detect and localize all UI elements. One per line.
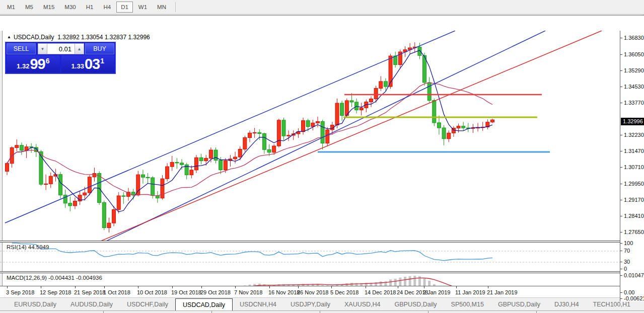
date-axis-label: 19 Oct 2018 [171,289,201,295]
axis-tick [620,262,622,262]
chart-tab-gbpusd-daily[interactable]: GBPUSD,Daily [491,298,547,310]
mt4-window: M1M5M15M30H1H4D1W1MN ▲USDCAD,Daily 1.328… [0,0,644,313]
chart-tab-usdcad-daily[interactable]: USDCAD,Daily [175,298,233,310]
date-axis-label: 26 Nov 2018 [297,289,328,295]
rsi-axis-label: 70 [620,248,630,254]
chart-tab-usdcnh-h4[interactable]: USDCNH,H4 [233,298,283,310]
axis-tick [620,251,622,251]
date-axis-label: 29 Oct 2018 [200,289,231,295]
timeframe-button-m1[interactable]: M1 [3,2,20,13]
date-axis-label: 21 Sep 2018 [74,289,105,295]
sell-price-big: 99 [30,57,45,71]
chart-area[interactable]: ▲USDCAD,Daily 1.32892 1.33054 1.32837 1.… [0,15,644,286]
axis-tick [620,269,622,269]
bottom-strip [0,310,644,313]
date-tick [298,286,299,288]
date-axis-label: 11 Jan 2019 [455,289,485,295]
price-axis-label: 1.36830 [620,35,644,41]
axis-tick [620,87,622,87]
axis-tick [620,167,622,168]
bottom-strip-mark [320,311,320,313]
price-axis-label: 1.29950 [620,181,644,187]
lot-size-input[interactable]: 0.01 [47,43,75,54]
macd-label: MACD(12,26,9) -0.004431 -0.004936 [7,275,102,281]
bottom-strip-mark [428,311,428,313]
lot-decrease-button[interactable]: ▼ [38,43,47,54]
price-axis-label: 1.33770 [620,100,644,106]
bottom-strip-mark [211,311,212,313]
timeframe-button-m5[interactable]: M5 [21,2,38,13]
chart-tab-xauusd-h4[interactable]: XAUUSD,H4 [337,298,388,310]
date-axis-label: 16 Nov 2018 [268,289,300,295]
date-tick [172,286,173,288]
date-axis-label: 14 Dec 2018 [365,289,396,295]
sell-price-small: 1.32 [17,62,29,70]
macd-axis-label: 0.010474 [620,272,644,278]
axis-tick [620,275,622,276]
chart-tab-usdchf-daily[interactable]: USDCHF,Daily [120,298,175,310]
price-axis-label: 1.28410 [620,213,644,219]
axis-tick [620,232,622,232]
timeframe-button-m15[interactable]: M15 [39,2,59,13]
date-axis-label: 1 Oct 2018 [103,289,130,295]
timeframe-button-d1[interactable]: D1 [116,2,133,13]
date-axis-label: 2 Jan 2019 [423,289,450,295]
axis-tick [620,243,622,244]
rsi-axis-label: 100 [620,240,633,246]
sell-price-sup: 6 [46,57,50,65]
rsi-indicator-pane[interactable] [0,243,620,271]
chart-tab-gbpusd-daily[interactable]: GBPUSD,Daily [388,298,444,310]
spin-down-icon: ▼ [41,47,45,51]
collapse-arrow-icon[interactable]: ▲ [7,35,11,39]
date-axis-label: 3 Sep 2018 [6,289,34,295]
axis-tick [620,292,622,293]
timeframe-button-m30[interactable]: M30 [60,2,80,13]
sell-price-display[interactable]: 1.32996 [7,55,60,72]
current-price-badge: 1.32996 [621,118,644,125]
macd-axis-label: -0.006218 [620,295,644,301]
timeframe-toolbar: M1M5M15M30H1H4D1W1MN [0,0,644,15]
chart-header: ▲USDCAD,Daily 1.32892 1.33054 1.32837 1.… [7,34,150,41]
price-axis-label: 1.35290 [620,67,644,73]
buy-price-sup: 1 [100,57,104,65]
price-axis-label: 1.27650 [620,229,644,235]
chart-tab-sp500-m15[interactable]: SP500,M15 [444,298,491,310]
date-tick [398,286,398,288]
date-axis[interactable]: 3 Sep 201812 Sep 201821 Sep 20181 Oct 20… [0,286,644,297]
chart-tab-dj30-h4[interactable]: DJ30,H4 [547,298,586,310]
timeframe-button-h4[interactable]: H4 [99,2,115,13]
one-click-trade-panel: SELL ▼ 0.01 ▲ BUY 1.32996 1.33031 [5,42,116,74]
buy-price-display[interactable]: 1.33031 [61,55,115,72]
date-tick [138,286,138,288]
date-tick [424,286,424,288]
chart-tab-audusd-daily[interactable]: AUDUSD,Daily [63,298,120,310]
price-axis-label: 1.31470 [620,148,644,154]
buy-button[interactable]: BUY [85,43,114,54]
timeframe-button-h1[interactable]: H1 [82,2,98,13]
date-axis-label: 5 Dec 2018 [330,289,359,295]
chart-tab-usdjpy-daily[interactable]: USDJPY,Daily [283,298,337,310]
date-tick [75,286,76,288]
lot-increase-button[interactable]: ▲ [75,43,84,54]
date-tick [7,286,8,288]
chart-tab-eurusd-daily[interactable]: EURUSD,Daily [7,298,63,310]
axis-tick [620,38,622,38]
date-axis-label: 10 Oct 2018 [137,289,167,295]
date-tick [104,286,105,288]
axis-tick [620,216,622,216]
price-axis-label: 1.34530 [620,84,644,90]
date-tick [269,286,270,288]
timeframe-button-mn[interactable]: MN [153,2,171,13]
price-axis-label: 1.29170 [620,197,644,203]
price-axis[interactable]: 1.368301.360501.352901.345301.337701.322… [620,31,644,301]
axis-tick [620,70,622,71]
buy-price-big: 03 [85,57,100,71]
axis-tick [620,200,622,200]
timeframe-button-w1[interactable]: W1 [134,2,152,13]
spin-up-icon: ▲ [78,47,82,51]
price-axis-label: 1.32230 [620,132,644,138]
sell-button[interactable]: SELL [7,43,36,54]
date-tick [201,286,202,288]
macd-axis-label: 0.00 [620,289,634,295]
date-axis-label: 21 Jan 2019 [487,289,518,295]
